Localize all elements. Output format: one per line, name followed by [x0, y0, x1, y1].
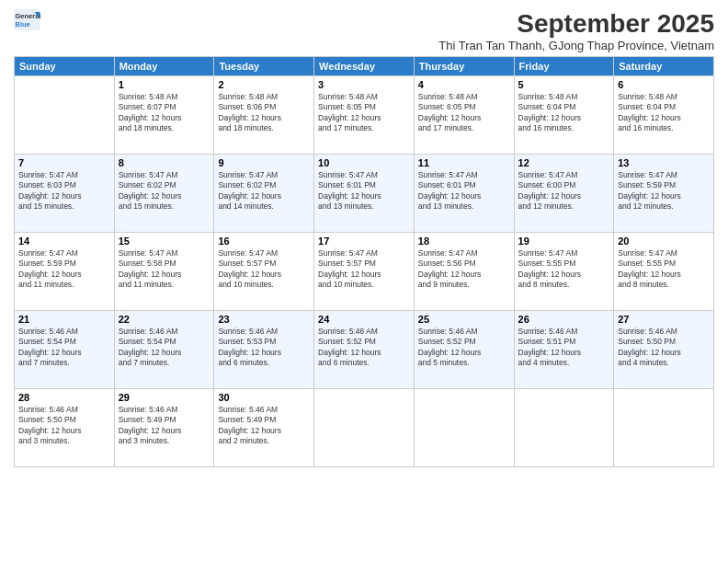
day-number: 10 [318, 157, 410, 168]
day-info: Sunrise: 5:47 AM Sunset: 5:59 PM Dayligh… [18, 248, 110, 291]
table-row: 27Sunrise: 5:46 AM Sunset: 5:50 PM Dayli… [614, 311, 714, 389]
day-info: Sunrise: 5:47 AM Sunset: 5:57 PM Dayligh… [218, 248, 310, 291]
day-info: Sunrise: 5:46 AM Sunset: 5:53 PM Dayligh… [218, 327, 310, 369]
day-info: Sunrise: 5:47 AM Sunset: 6:03 PM Dayligh… [18, 170, 110, 213]
table-row: 17Sunrise: 5:47 AM Sunset: 5:57 PM Dayli… [314, 233, 415, 311]
day-number: 11 [418, 157, 510, 168]
day-number: 7 [18, 157, 110, 168]
day-info: Sunrise: 5:47 AM Sunset: 6:01 PM Dayligh… [418, 170, 510, 213]
table-row: 4Sunrise: 5:48 AM Sunset: 6:05 PM Daylig… [414, 76, 514, 155]
logo-icon: General Blue [14, 9, 41, 31]
table-row: 1Sunrise: 5:48 AM Sunset: 6:07 PM Daylig… [114, 76, 214, 155]
table-row: 14Sunrise: 5:47 AM Sunset: 5:59 PM Dayli… [15, 233, 115, 311]
svg-text:Blue: Blue [16, 20, 30, 29]
day-info: Sunrise: 5:47 AM Sunset: 6:02 PM Dayligh… [119, 170, 210, 213]
day-info: Sunrise: 5:47 AM Sunset: 5:58 PM Dayligh… [119, 248, 210, 291]
table-row: 2Sunrise: 5:48 AM Sunset: 6:06 PM Daylig… [214, 76, 314, 155]
day-number: 18 [418, 236, 510, 247]
day-info: Sunrise: 5:47 AM Sunset: 5:55 PM Dayligh… [618, 248, 710, 291]
table-row [314, 389, 415, 467]
day-number: 20 [618, 236, 710, 247]
calendar-week-2: 7Sunrise: 5:47 AM Sunset: 6:03 PM Daylig… [15, 155, 714, 233]
col-tuesday: Tuesday [214, 57, 314, 76]
header: General Blue September 2025 Thi Tran Tan… [14, 9, 714, 52]
day-number: 5 [518, 79, 610, 90]
day-number: 12 [518, 157, 610, 168]
table-row: 11Sunrise: 5:47 AM Sunset: 6:01 PM Dayli… [414, 155, 514, 233]
col-monday: Monday [114, 57, 214, 76]
day-number: 16 [218, 236, 310, 247]
day-info: Sunrise: 5:46 AM Sunset: 5:54 PM Dayligh… [119, 327, 210, 369]
table-row: 20Sunrise: 5:47 AM Sunset: 5:55 PM Dayli… [614, 233, 714, 311]
table-row: 28Sunrise: 5:46 AM Sunset: 5:50 PM Dayli… [15, 389, 115, 467]
table-row: 5Sunrise: 5:48 AM Sunset: 6:04 PM Daylig… [514, 76, 614, 155]
table-row: 26Sunrise: 5:46 AM Sunset: 5:51 PM Dayli… [514, 311, 614, 389]
table-row: 12Sunrise: 5:47 AM Sunset: 6:00 PM Dayli… [514, 155, 614, 233]
day-info: Sunrise: 5:47 AM Sunset: 5:55 PM Dayligh… [518, 248, 610, 291]
col-wednesday: Wednesday [314, 57, 415, 76]
day-number: 23 [218, 314, 310, 325]
table-row: 10Sunrise: 5:47 AM Sunset: 6:01 PM Dayli… [314, 155, 415, 233]
table-row: 24Sunrise: 5:46 AM Sunset: 5:52 PM Dayli… [314, 311, 415, 389]
calendar-week-5: 28Sunrise: 5:46 AM Sunset: 5:50 PM Dayli… [15, 389, 714, 467]
day-info: Sunrise: 5:46 AM Sunset: 5:51 PM Dayligh… [518, 327, 610, 369]
day-info: Sunrise: 5:47 AM Sunset: 6:02 PM Dayligh… [218, 170, 310, 213]
day-info: Sunrise: 5:47 AM Sunset: 6:01 PM Dayligh… [318, 170, 410, 213]
table-row: 15Sunrise: 5:47 AM Sunset: 5:58 PM Dayli… [114, 233, 214, 311]
day-number: 1 [119, 79, 210, 90]
table-row: 13Sunrise: 5:47 AM Sunset: 5:59 PM Dayli… [614, 155, 714, 233]
day-number: 14 [18, 236, 110, 247]
table-row: 3Sunrise: 5:48 AM Sunset: 6:05 PM Daylig… [314, 76, 415, 155]
day-number: 8 [119, 157, 210, 168]
day-number: 21 [18, 314, 110, 325]
day-number: 3 [318, 79, 410, 90]
col-friday: Friday [514, 57, 614, 76]
table-row: 25Sunrise: 5:46 AM Sunset: 5:52 PM Dayli… [414, 311, 514, 389]
table-row: 9Sunrise: 5:47 AM Sunset: 6:02 PM Daylig… [214, 155, 314, 233]
title-block: September 2025 Thi Tran Tan Thanh, GJong… [438, 9, 714, 52]
calendar-week-3: 14Sunrise: 5:47 AM Sunset: 5:59 PM Dayli… [15, 233, 714, 311]
day-number: 25 [418, 314, 510, 325]
table-row [414, 389, 514, 467]
day-info: Sunrise: 5:47 AM Sunset: 5:56 PM Dayligh… [418, 248, 510, 291]
day-info: Sunrise: 5:47 AM Sunset: 5:57 PM Dayligh… [318, 248, 410, 291]
day-info: Sunrise: 5:48 AM Sunset: 6:05 PM Dayligh… [318, 92, 410, 134]
main-title: September 2025 [438, 9, 714, 39]
table-row: 22Sunrise: 5:46 AM Sunset: 5:54 PM Dayli… [114, 311, 214, 389]
calendar-table: Sunday Monday Tuesday Wednesday Thursday… [14, 56, 714, 467]
subtitle: Thi Tran Tan Thanh, GJong Thap Province,… [438, 39, 714, 52]
table-row: 29Sunrise: 5:46 AM Sunset: 5:49 PM Dayli… [114, 389, 214, 467]
day-info: Sunrise: 5:46 AM Sunset: 5:52 PM Dayligh… [418, 327, 510, 369]
calendar-week-1: 1Sunrise: 5:48 AM Sunset: 6:07 PM Daylig… [15, 76, 714, 155]
day-number: 28 [18, 392, 110, 403]
day-number: 17 [318, 236, 410, 247]
day-info: Sunrise: 5:48 AM Sunset: 6:05 PM Dayligh… [418, 92, 510, 134]
day-number: 13 [618, 157, 710, 168]
table-row: 18Sunrise: 5:47 AM Sunset: 5:56 PM Dayli… [414, 233, 514, 311]
day-info: Sunrise: 5:46 AM Sunset: 5:50 PM Dayligh… [618, 327, 710, 369]
day-number: 26 [518, 314, 610, 325]
day-info: Sunrise: 5:46 AM Sunset: 5:54 PM Dayligh… [18, 327, 110, 369]
day-number: 9 [218, 157, 310, 168]
day-number: 27 [618, 314, 710, 325]
day-number: 30 [218, 392, 310, 403]
col-saturday: Saturday [614, 57, 714, 76]
table-row: 16Sunrise: 5:47 AM Sunset: 5:57 PM Dayli… [214, 233, 314, 311]
table-row: 23Sunrise: 5:46 AM Sunset: 5:53 PM Dayli… [214, 311, 314, 389]
day-number: 24 [318, 314, 410, 325]
day-info: Sunrise: 5:46 AM Sunset: 5:50 PM Dayligh… [18, 405, 110, 447]
table-row [614, 389, 714, 467]
day-info: Sunrise: 5:46 AM Sunset: 5:52 PM Dayligh… [318, 327, 410, 369]
table-row [15, 76, 115, 155]
day-info: Sunrise: 5:48 AM Sunset: 6:06 PM Dayligh… [218, 92, 310, 134]
day-info: Sunrise: 5:48 AM Sunset: 6:07 PM Dayligh… [119, 92, 210, 134]
day-number: 2 [218, 79, 310, 90]
table-row [514, 389, 614, 467]
table-row: 21Sunrise: 5:46 AM Sunset: 5:54 PM Dayli… [15, 311, 115, 389]
day-info: Sunrise: 5:46 AM Sunset: 5:49 PM Dayligh… [119, 405, 210, 447]
day-info: Sunrise: 5:48 AM Sunset: 6:04 PM Dayligh… [618, 92, 710, 134]
day-number: 22 [119, 314, 210, 325]
day-number: 4 [418, 79, 510, 90]
day-info: Sunrise: 5:47 AM Sunset: 5:59 PM Dayligh… [618, 170, 710, 213]
col-thursday: Thursday [414, 57, 514, 76]
